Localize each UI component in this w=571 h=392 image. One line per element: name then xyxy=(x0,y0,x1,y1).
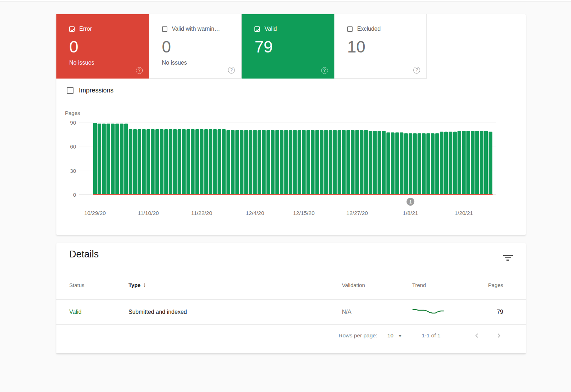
column-header-trend: Trend xyxy=(412,282,485,288)
rows-per-page-label: Rows per page: xyxy=(339,332,378,339)
chart-annotation-marker[interactable]: 1 xyxy=(406,198,414,206)
top-divider xyxy=(0,0,571,1)
help-icon[interactable]: ? xyxy=(413,67,420,74)
help-icon[interactable]: ? xyxy=(321,67,328,74)
chart-svg: Pages030609010/29/2011/10/2011/22/2012/4… xyxy=(65,108,520,224)
chart-bar xyxy=(271,130,274,195)
status-card-label: Error xyxy=(79,26,92,32)
chart-bar xyxy=(347,130,350,195)
chart-bar xyxy=(311,130,314,195)
chart-bar xyxy=(249,130,252,195)
chart-bar xyxy=(426,133,430,195)
valid-checkbox[interactable] xyxy=(254,26,260,32)
chart-bar xyxy=(222,129,226,195)
chart-bar xyxy=(93,123,97,195)
chart-bar xyxy=(146,129,150,195)
chart-bar xyxy=(382,131,385,195)
filter-icon[interactable] xyxy=(503,254,513,262)
chart-bar xyxy=(440,132,443,195)
chart-bar xyxy=(289,130,292,195)
chart-bar xyxy=(391,132,394,195)
status-card-valid-with-warnings[interactable]: Valid with warnin…0No issues? xyxy=(149,14,242,79)
row-status[interactable]: Valid xyxy=(69,309,128,315)
chart-bar xyxy=(293,130,297,195)
chart-bar xyxy=(333,130,337,195)
column-header-validation: Validation xyxy=(342,282,412,288)
valid-with-warnings-checkbox[interactable] xyxy=(162,26,167,32)
chart-bar xyxy=(298,130,301,195)
y-tick-label: 90 xyxy=(70,120,76,126)
chart-bar xyxy=(240,130,243,195)
help-icon[interactable]: ? xyxy=(136,67,143,74)
chart-bar xyxy=(262,130,266,195)
chart-bar xyxy=(373,131,377,195)
chart-bar xyxy=(351,130,354,195)
coverage-chart-panel: Error0No issues?Valid with warnin…0No is… xyxy=(56,14,526,235)
chart-bar xyxy=(480,131,483,195)
chart-bar xyxy=(235,130,239,195)
chart-bar xyxy=(422,133,425,195)
status-card-count: 0 xyxy=(69,39,143,55)
chart-bar xyxy=(227,130,230,195)
column-header-type[interactable]: Type ↓ xyxy=(128,281,342,288)
chart-bar xyxy=(324,130,328,195)
x-tick-label: 12/4/20 xyxy=(246,210,264,216)
row-validation: N/A xyxy=(342,309,412,315)
status-card-error[interactable]: Error0No issues? xyxy=(56,14,149,79)
chart-bar xyxy=(160,129,163,195)
column-header-pages: Pages xyxy=(485,282,503,288)
svg-text:1: 1 xyxy=(409,200,412,205)
impressions-checkbox[interactable] xyxy=(67,87,74,94)
status-cards-row: Error0No issues?Valid with warnin…0No is… xyxy=(56,14,427,79)
chart-bar xyxy=(489,132,492,195)
status-card-valid[interactable]: Valid79? xyxy=(242,14,334,79)
chart-bar xyxy=(209,129,212,195)
chart-bar xyxy=(444,132,448,195)
chart-bar xyxy=(129,129,132,195)
status-card-excluded[interactable]: Excluded10? xyxy=(334,14,427,79)
rows-per-page-select[interactable]: 10 ▼ xyxy=(387,332,401,339)
chart-bar xyxy=(231,130,234,195)
column-header-status: Status xyxy=(69,282,128,288)
chart-bar xyxy=(413,133,416,195)
table-row[interactable]: Valid Submitted and indexed N/A 79 xyxy=(56,299,526,325)
chart-bar xyxy=(218,129,221,195)
details-table-header: Status Type ↓ Validation Trend Pages xyxy=(56,277,526,292)
dropdown-arrow-icon: ▼ xyxy=(398,334,403,338)
error-checkbox[interactable] xyxy=(69,26,75,32)
chart-bar xyxy=(178,129,181,195)
chart-bar xyxy=(400,132,403,195)
pages-bar-chart: Pages030609010/29/2011/10/2011/22/2012/4… xyxy=(65,108,520,226)
status-card-count: 0 xyxy=(162,39,235,55)
next-page-icon[interactable] xyxy=(495,331,503,340)
help-icon[interactable]: ? xyxy=(228,67,235,74)
chart-bar xyxy=(307,130,310,195)
previous-page-icon[interactable] xyxy=(473,331,481,340)
row-type: Submitted and indexed xyxy=(128,309,342,315)
impressions-label: Impressions xyxy=(79,87,113,94)
chart-bar xyxy=(484,131,488,195)
x-tick-label: 12/27/20 xyxy=(347,210,368,216)
chart-bar xyxy=(213,129,217,195)
chart-bar xyxy=(244,130,248,195)
chart-bar xyxy=(186,129,190,195)
chart-bar xyxy=(355,130,359,195)
row-trend-sparkline xyxy=(412,308,485,316)
excluded-checkbox[interactable] xyxy=(347,26,353,32)
chart-bar xyxy=(138,129,141,195)
chart-bar xyxy=(338,130,341,195)
chart-bar xyxy=(431,133,434,195)
chart-bar xyxy=(369,131,372,195)
chart-bar xyxy=(364,130,368,195)
status-card-count: 79 xyxy=(254,39,328,55)
chart-bar xyxy=(386,132,390,195)
chart-bar xyxy=(151,129,155,195)
x-tick-label: 1/8/21 xyxy=(403,210,418,216)
chart-bar xyxy=(164,129,168,195)
chart-bar xyxy=(475,131,479,195)
chart-bar xyxy=(378,131,381,195)
chart-bar xyxy=(182,129,186,195)
chart-bar xyxy=(320,130,323,195)
impressions-toggle[interactable]: Impressions xyxy=(67,87,113,94)
chart-bar xyxy=(258,130,261,195)
